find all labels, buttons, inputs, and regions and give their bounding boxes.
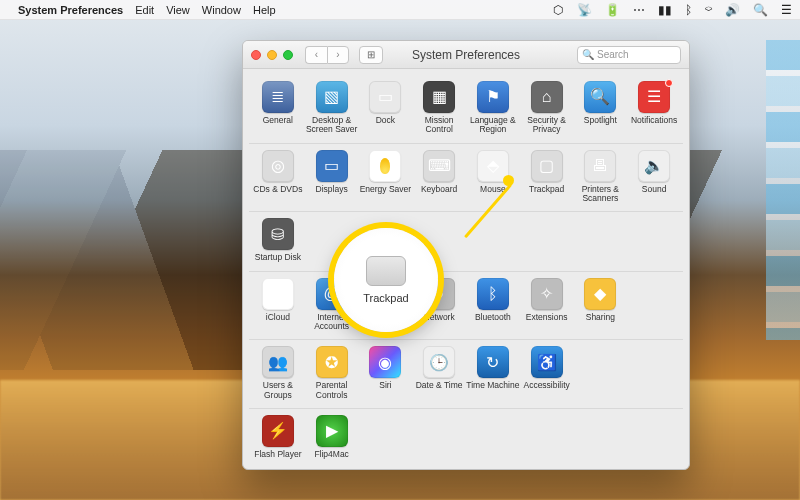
pref-energy-saver[interactable]: Energy Saver [359, 150, 413, 204]
callout-trackpad: Trackpad [334, 228, 438, 332]
back-button[interactable]: ‹ [305, 46, 327, 64]
pref-row: 👥Users & Groups✪Parental Controls◉Siri🕒D… [249, 340, 683, 409]
close-button[interactable] [251, 50, 261, 60]
pref-time-machine[interactable]: ↻Time Machine [466, 346, 520, 400]
pref-extensions[interactable]: ✧Extensions [520, 278, 574, 332]
pref-row: ◎CDs & DVDs▭DisplaysEnergy Saver⌨Keyboar… [249, 144, 683, 213]
displays-icon: ▭ [316, 150, 348, 182]
pref-cds-dvds[interactable]: ◎CDs & DVDs [251, 150, 305, 204]
pref-flash-player[interactable]: ⚡Flash Player [251, 415, 305, 459]
flip4mac-icon: ▶ [316, 415, 348, 447]
battery-icon[interactable]: 🔋 [605, 3, 620, 17]
pref-label: Sharing [586, 313, 615, 322]
startup-icon: ⛁ [262, 218, 294, 250]
zoom-button[interactable] [283, 50, 293, 60]
printers-icon: 🖶 [584, 150, 616, 182]
security-icon: ⌂ [531, 81, 563, 113]
pixelation-overlay [766, 40, 800, 340]
pref-label: Time Machine [466, 381, 519, 390]
menu-edit[interactable]: Edit [135, 4, 154, 16]
pref-printers-scanners[interactable]: 🖶Printers & Scanners [574, 150, 628, 204]
pref-row: ☁iCloud@Internet Accounts●NetworkᛒBlueto… [249, 272, 683, 341]
pref-label: Notifications [631, 116, 677, 125]
keyboard-icon: ⌨ [423, 150, 455, 182]
pref-displays[interactable]: ▭Displays [305, 150, 359, 204]
show-all-button[interactable]: ⊞ [359, 46, 383, 64]
pref-label: Mouse [480, 185, 506, 194]
pref-label: Extensions [526, 313, 568, 322]
pref-bluetooth[interactable]: ᛒBluetooth [466, 278, 520, 332]
minimize-button[interactable] [267, 50, 277, 60]
bluetooth-menu-icon[interactable]: ᛒ [685, 3, 692, 17]
menubar-app-name[interactable]: System Preferences [18, 4, 123, 16]
sharing-icon: ◆ [584, 278, 616, 310]
pref-siri[interactable]: ◉Siri [359, 346, 413, 400]
menubar: System Preferences Edit View Window Help… [0, 0, 800, 20]
pref-icloud[interactable]: ☁iCloud [251, 278, 305, 332]
menu-window[interactable]: Window [202, 4, 241, 16]
pref-label: Security & Privacy [520, 116, 574, 135]
pref-label: iCloud [266, 313, 290, 322]
sound-icon: 🔈 [638, 150, 670, 182]
pref-label: Language & Region [466, 116, 520, 135]
pref-label: Users & Groups [251, 381, 305, 400]
flash-icon: ⚡ [262, 415, 294, 447]
pref-label: Printers & Scanners [574, 185, 628, 204]
preference-grid: ≣General▧Desktop & Screen Saver▭Dock▦Mis… [243, 69, 689, 470]
language-icon: ⚑ [477, 81, 509, 113]
pref-mouse[interactable]: ⬘Mouse [466, 150, 520, 204]
callout-label: Trackpad [363, 292, 408, 304]
pref-general[interactable]: ≣General [251, 81, 305, 135]
bars-icon[interactable]: ▮▮ [658, 3, 672, 17]
pref-users-groups[interactable]: 👥Users & Groups [251, 346, 305, 400]
wifi-icon[interactable]: ⌔ [705, 3, 712, 17]
notification-center-icon[interactable]: ☰ [781, 3, 792, 17]
trackpad-icon: ▢ [531, 150, 563, 182]
pref-label: Parental Controls [305, 381, 359, 400]
pref-flip4mac[interactable]: ▶Flip4Mac [305, 415, 359, 459]
pref-label: Displays [316, 185, 348, 194]
titlebar: ‹ › ⊞ System Preferences 🔍 Search [243, 41, 689, 69]
pref-row: ⚡Flash Player▶Flip4Mac [249, 409, 683, 467]
pref-trackpad[interactable]: ▢Trackpad [520, 150, 574, 204]
dots-icon[interactable]: ⋯ [633, 3, 645, 17]
dropbox-icon[interactable]: ⬡ [553, 3, 563, 17]
pref-security-privacy[interactable]: ⌂Security & Privacy [520, 81, 574, 135]
pref-label: Accessibility [523, 381, 569, 390]
pref-spotlight[interactable]: 🔍Spotlight [574, 81, 628, 135]
pref-parental-controls[interactable]: ✪Parental Controls [305, 346, 359, 400]
pref-label: CDs & DVDs [253, 185, 302, 194]
pref-language-region[interactable]: ⚑Language & Region [466, 81, 520, 135]
pref-label: General [263, 116, 293, 125]
search-field[interactable]: 🔍 Search [577, 46, 681, 64]
pref-row: ⛁Startup Disk [249, 212, 683, 271]
pref-notifications[interactable]: ☰Notifications [627, 81, 681, 135]
pref-startup-disk[interactable]: ⛁Startup Disk [251, 218, 305, 262]
pref-label: Flip4Mac [314, 450, 348, 459]
pref-label: Keyboard [421, 185, 457, 194]
forward-button[interactable]: › [327, 46, 349, 64]
pref-keyboard[interactable]: ⌨Keyboard [412, 150, 466, 204]
accessibility-icon: ♿ [531, 346, 563, 378]
menu-help[interactable]: Help [253, 4, 276, 16]
pref-label: Bluetooth [475, 313, 511, 322]
search-placeholder: Search [597, 49, 629, 60]
energy-icon [369, 150, 401, 182]
pref-sharing[interactable]: ◆Sharing [574, 278, 628, 332]
pref-label: Startup Disk [255, 253, 301, 262]
pref-label: Desktop & Screen Saver [305, 116, 359, 135]
menu-view[interactable]: View [166, 4, 190, 16]
siri-icon: ◉ [369, 346, 401, 378]
pref-dock[interactable]: ▭Dock [359, 81, 413, 135]
pref-desktop-screen-saver[interactable]: ▧Desktop & Screen Saver [305, 81, 359, 135]
antenna-icon[interactable]: 📡 [577, 3, 592, 17]
pref-sound[interactable]: 🔈Sound [627, 150, 681, 204]
spotlight-menu-icon[interactable]: 🔍 [753, 3, 768, 17]
users-icon: 👥 [262, 346, 294, 378]
date-icon: 🕒 [423, 346, 455, 378]
pref-accessibility[interactable]: ♿Accessibility [520, 346, 574, 400]
pref-mission-control[interactable]: ▦Mission Control [412, 81, 466, 135]
pref-date-time[interactable]: 🕒Date & Time [412, 346, 466, 400]
pref-row: ≣General▧Desktop & Screen Saver▭Dock▦Mis… [249, 75, 683, 144]
volume-icon[interactable]: 🔊 [725, 3, 740, 17]
